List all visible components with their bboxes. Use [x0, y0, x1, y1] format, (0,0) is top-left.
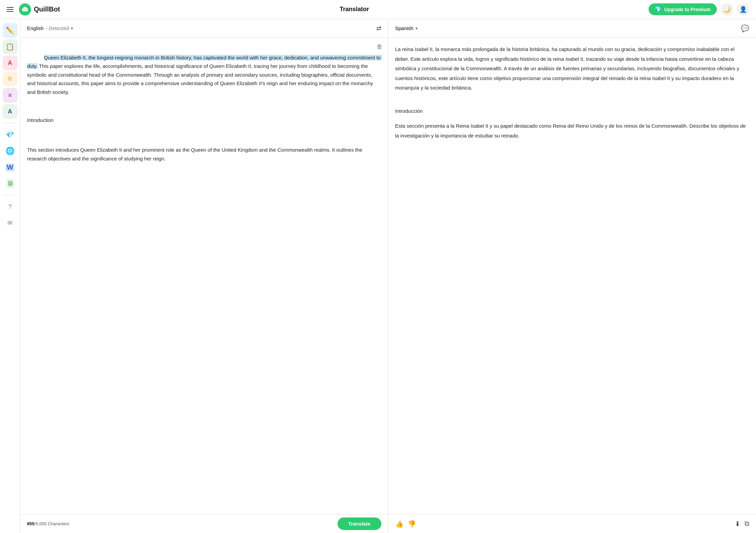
- feedback-buttons: 👍 👎: [395, 520, 416, 528]
- user-account-button[interactable]: 👤: [737, 3, 749, 16]
- page-title: Translator: [340, 6, 369, 13]
- summarizer-icon: ©: [8, 76, 12, 82]
- upgrade-button[interactable]: 💎 Upgrade to Premium: [649, 3, 717, 15]
- sidebar: ✏️ 📋 A © ≡ A 💎 🌐: [0, 19, 20, 533]
- section1-body: This section introduces Queen Elizabeth …: [27, 147, 363, 161]
- grammar-icon: 📋: [6, 43, 14, 51]
- char-label: Characters: [48, 521, 70, 526]
- left-panel-header: English - Detected ▾ ⇄: [20, 19, 388, 38]
- target-lang-name: Spanish: [395, 25, 413, 31]
- delete-text-button[interactable]: 🗑: [377, 43, 383, 50]
- swap-languages-button[interactable]: ⇄: [376, 25, 381, 32]
- sidebar-divider-1: [3, 123, 17, 123]
- navbar-left: QuillBot: [7, 3, 60, 16]
- translator-icon: A: [8, 108, 12, 115]
- sidebar-item-help[interactable]: ?: [3, 199, 18, 214]
- citation-icon: ≡: [8, 92, 12, 99]
- desktop-icon: 🖥: [6, 179, 14, 188]
- target-language-selector[interactable]: Spanish ▾: [395, 25, 418, 31]
- logo-text: QuillBot: [34, 5, 60, 13]
- right-panel: Spanish ▾ 💬 La reina Isabel II, la monar…: [388, 19, 756, 533]
- sidebar-item-desktop[interactable]: 🖥: [3, 176, 18, 191]
- dark-mode-button[interactable]: 🌙: [721, 3, 733, 16]
- sidebar-item-summarizer[interactable]: ©: [3, 72, 18, 86]
- svg-point-2: [24, 9, 25, 10]
- thumbs-up-button[interactable]: 👍: [395, 520, 404, 528]
- action-buttons: ⬇ ⧉: [735, 520, 749, 528]
- chat-icon-button[interactable]: 💬: [741, 24, 749, 32]
- sidebar-bottom-section: 💎 🌐 W 🖥: [0, 127, 20, 191]
- sidebar-top-section: ✏️ 📋 A © ≡ A: [0, 23, 20, 119]
- hamburger-menu[interactable]: [7, 7, 14, 12]
- download-button[interactable]: ⬇: [735, 520, 740, 528]
- translator-panels: English - Detected ▾ ⇄ 🗑 Queen Elizabeth…: [20, 19, 756, 533]
- output-main-text: La reina Isabel II, la monarca más prolo…: [395, 45, 750, 93]
- sidebar-item-premium[interactable]: 💎: [3, 127, 18, 142]
- source-lang-detected: - Detected: [46, 25, 69, 31]
- navbar: QuillBot Translator 💎 Upgrade to Premium…: [0, 0, 756, 19]
- sidebar-utility-section: ? ✉: [0, 199, 20, 230]
- upgrade-label: Upgrade to Premium: [664, 7, 711, 12]
- translate-button[interactable]: Translate: [337, 517, 381, 530]
- right-panel-body: La reina Isabel II, la monarca más prolo…: [388, 38, 756, 514]
- section1-title: Introduction: [27, 116, 381, 125]
- left-panel: English - Detected ▾ ⇄ 🗑 Queen Elizabeth…: [20, 19, 388, 533]
- source-language-selector[interactable]: English - Detected ▾: [27, 25, 73, 31]
- content-area: English - Detected ▾ ⇄ 🗑 Queen Elizabeth…: [20, 19, 756, 533]
- paraphrase-icon: ✏️: [6, 26, 14, 34]
- source-text[interactable]: Queen Elizabeth II, the longest-reigning…: [27, 45, 381, 172]
- logo-icon: [19, 3, 31, 16]
- left-panel-body: 🗑 Queen Elizabeth II, the longest-reigni…: [20, 38, 388, 514]
- char-current: 855: [27, 521, 34, 526]
- char-max: 5,000: [35, 521, 47, 526]
- sidebar-item-contact[interactable]: ✉: [3, 215, 18, 230]
- sidebar-item-grammar[interactable]: 📋: [3, 39, 18, 54]
- copy-button[interactable]: ⧉: [745, 520, 749, 528]
- plagiarism-icon: A: [8, 59, 12, 67]
- right-panel-header: Spanish ▾ 💬: [388, 19, 756, 38]
- sidebar-divider-2: [3, 195, 17, 195]
- logo[interactable]: QuillBot: [19, 3, 60, 16]
- sidebar-item-paraphrase[interactable]: ✏️: [3, 23, 18, 38]
- source-lang-chevron-icon: ▾: [71, 26, 73, 31]
- target-lang-chevron-icon: ▾: [415, 26, 418, 31]
- output-section1-body: Esta sección presenta a la Reina Isabel …: [395, 121, 750, 141]
- chrome-icon: 🌐: [5, 147, 15, 155]
- sidebar-item-translator[interactable]: A: [3, 104, 18, 119]
- sidebar-item-word[interactable]: W: [3, 160, 18, 175]
- source-lang-name: English: [27, 25, 44, 31]
- left-panel-footer: 855/5,000 Characters Translate: [20, 514, 388, 533]
- main-layout: ✏️ 📋 A © ≡ A 💎 🌐: [0, 19, 756, 533]
- email-icon: ✉: [7, 219, 12, 227]
- right-panel-footer: 👍 👎 ⬇ ⧉: [388, 514, 756, 533]
- source-text-continuation: This paper explores the life, accomplish…: [27, 63, 374, 95]
- gem-icon: 💎: [655, 6, 661, 12]
- sidebar-item-citation[interactable]: ≡: [3, 88, 18, 103]
- character-count: 855/5,000 Characters: [27, 521, 69, 526]
- help-icon: ?: [8, 203, 11, 210]
- word-icon: W: [5, 163, 15, 171]
- sidebar-item-plagiarism[interactable]: A: [3, 55, 18, 70]
- thumbs-down-button[interactable]: 👎: [408, 520, 416, 528]
- navbar-right: 💎 Upgrade to Premium 🌙 👤: [649, 3, 749, 16]
- svg-point-3: [25, 9, 26, 10]
- premium-icon: 💎: [6, 131, 14, 139]
- sidebar-item-chrome[interactable]: 🌐: [3, 144, 18, 158]
- output-section1-title: Introducción: [395, 106, 750, 116]
